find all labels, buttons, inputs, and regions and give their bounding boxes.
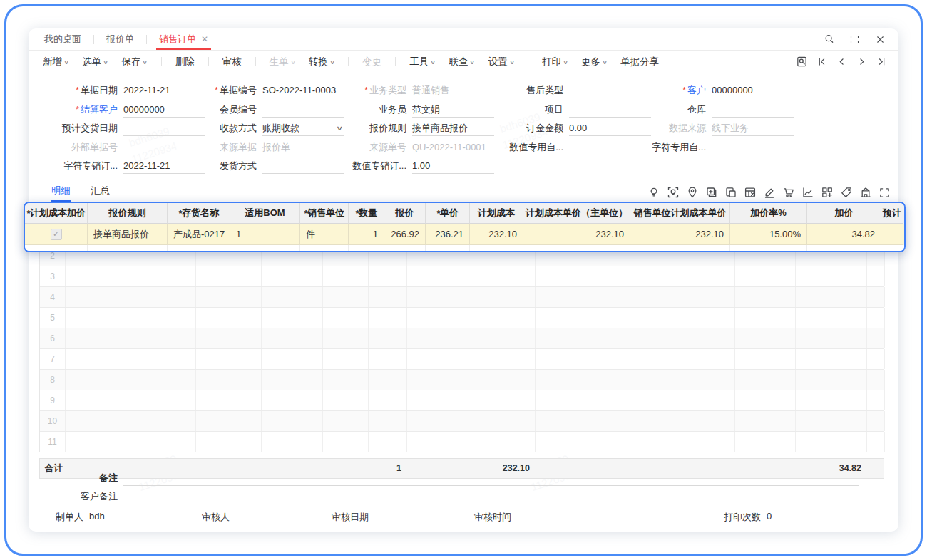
grid-cell[interactable] [439,432,471,452]
grid-cell[interactable] [536,411,635,431]
toolbar-button[interactable]: 联查∨ [449,56,474,68]
overlay-cell[interactable]: 产成品-0217 [168,224,230,245]
grid-cell[interactable] [128,287,196,307]
footer-field-value[interactable] [374,509,453,524]
grid-cell[interactable] [471,411,536,431]
toolbar-button[interactable]: 打印∨ [542,56,568,68]
field-value-input[interactable]: 范文娟 [412,102,494,118]
grid-cell[interactable] [407,432,439,452]
grid-cell[interactable] [635,390,735,410]
grid-cell[interactable] [128,266,196,286]
grid-cell[interactable] [439,390,471,410]
overlay-column-header[interactable]: 计划成本 [470,203,523,224]
customer-remark-input[interactable] [123,489,859,504]
overlay-column-header[interactable]: *计划成本加价 [25,203,88,224]
grid-cell[interactable] [796,308,867,328]
grid-cell[interactable] [735,411,796,431]
grid-cell[interactable] [735,287,796,307]
toolbar-button[interactable]: 选单∨ [82,56,108,68]
field-value-input[interactable]: 2022-11-21 [123,83,205,98]
grid-cell[interactable] [635,287,735,307]
grid-cell[interactable] [128,411,196,431]
grid-cell[interactable] [471,266,536,286]
overlay-cell[interactable]: ✓ [25,224,88,245]
grid-cell[interactable] [407,349,439,369]
grid-cell[interactable] [439,349,471,369]
footer-field-value[interactable] [235,509,314,524]
grid-cell[interactable] [471,349,536,369]
field-value-input[interactable]: 2022-11-21 [123,158,205,174]
grid-cell[interactable] [735,390,796,410]
grid-cell[interactable] [796,349,867,369]
grid-cell[interactable] [323,328,369,348]
dropdown-caret-icon[interactable]: ∨ [337,121,344,136]
field-value-input[interactable]: 普通销售 [412,83,494,98]
grid-cell[interactable] [323,266,369,286]
field-value-input[interactable] [569,140,651,155]
overlay-column-header[interactable]: 销售单位计划成本单价 [630,203,730,224]
grid-cell[interactable] [867,411,885,431]
grid-cell[interactable] [262,390,323,410]
grid-cell[interactable] [796,266,867,286]
grid-cell[interactable] [635,328,735,348]
overlay-cell[interactable]: 266.92 [384,224,426,245]
footer-field-value[interactable]: 0 [767,509,898,524]
grid-cell[interactable] [262,370,323,390]
grid-cell[interactable] [471,287,536,307]
field-value-input[interactable] [123,120,205,136]
overlay-cell[interactable]: 件 [300,224,349,245]
table-row[interactable]: 10 [40,411,884,432]
grid-cell[interactable] [635,349,735,369]
field-value-input[interactable] [712,140,794,155]
field-value-input[interactable] [123,140,205,155]
grid-cell[interactable] [369,266,407,286]
checkbox-checked[interactable]: ✓ [51,229,62,240]
field-label-link[interactable]: *结算客户 [48,103,123,116]
table-row[interactable]: 11 [40,432,884,452]
overlay-column-header[interactable]: 报价规则 [88,203,168,224]
grid-cell[interactable] [369,432,407,452]
footer-field-value[interactable]: 2022-11-21 15:00:00 [767,530,898,532]
grid-cell[interactable] [196,349,262,369]
grid-cell[interactable] [635,266,735,286]
overlay-column-header[interactable]: 预计 [881,203,903,224]
prev-page-icon[interactable] [835,55,849,68]
table-row[interactable]: 9 [40,390,884,411]
grid-cell[interactable] [536,328,635,348]
grid-cell[interactable] [128,370,196,390]
table-row[interactable]: 4 [40,287,884,308]
grid-cell[interactable] [66,411,128,431]
overlay-column-header[interactable]: 加价 [807,203,881,224]
remark-input[interactable] [123,471,859,486]
grid-cell[interactable] [196,287,262,307]
overlay-column-header[interactable]: 报价 [384,203,426,224]
grid-cell[interactable] [196,328,262,348]
field-value-input[interactable]: 0.00 [569,120,651,136]
grid-cell[interactable] [407,328,439,348]
grid-cell[interactable] [262,432,323,452]
grid-cell[interactable] [471,390,536,410]
footer-field-value[interactable] [513,530,645,532]
search-icon[interactable] [822,33,836,46]
table-row[interactable]: 8 [40,370,884,390]
grid-cell[interactable] [867,287,885,307]
grid-cell[interactable] [439,287,471,307]
grid-cell[interactable] [66,370,128,390]
first-page-icon[interactable] [815,55,829,68]
bulb-scan-icon[interactable] [666,186,680,199]
copy-add-icon[interactable] [705,186,718,199]
grid-cell[interactable] [369,390,407,410]
grid-cell[interactable] [128,390,196,410]
grid-cell[interactable] [735,349,796,369]
overlay-column-header[interactable]: 适用BOM [230,203,300,224]
grid-cell[interactable] [635,432,735,452]
overlay-data-row[interactable]: ✓接单商品报价产成品-02171件1266.92236.21232.10232.… [25,224,904,245]
grid-cell[interactable] [536,266,635,286]
grid-cell[interactable] [369,349,407,369]
tab-2[interactable]: 报价单 [105,28,135,50]
grid-cell[interactable] [369,287,407,307]
grid-cell[interactable] [735,432,796,452]
next-page-icon[interactable] [855,55,869,68]
grid-cell[interactable] [66,308,128,328]
grid-cell[interactable] [796,390,867,410]
